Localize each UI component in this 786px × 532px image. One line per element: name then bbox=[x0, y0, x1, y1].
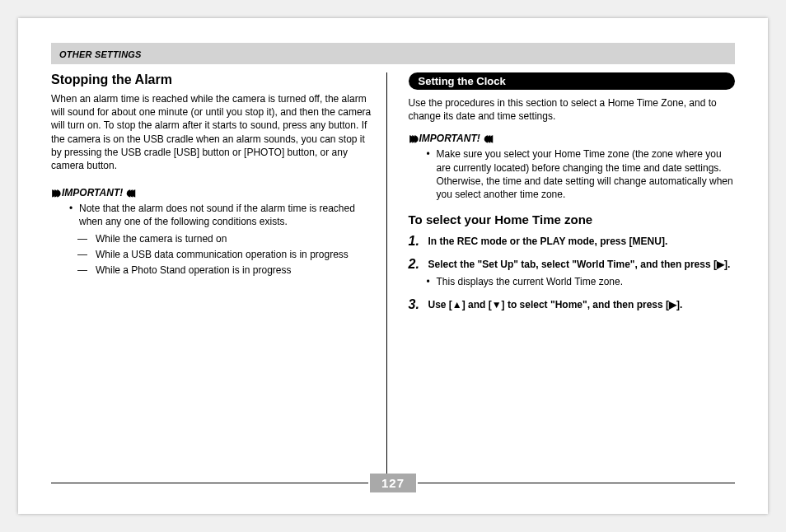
dash-item: While a USB data communication operation… bbox=[91, 248, 378, 261]
arrows-right-icon: ◗◗◗ bbox=[409, 133, 416, 144]
important-label: IMPORTANT! bbox=[62, 187, 123, 198]
right-intro: Use the procedures in this section to se… bbox=[409, 96, 736, 123]
arrows-right-icon: ◗◗◗ bbox=[51, 187, 58, 198]
dash-item: While a Photo Stand operation is in prog… bbox=[91, 264, 378, 277]
right-column: Setting the Clock Use the procedures in … bbox=[404, 72, 736, 476]
step: 2. Select the "Set Up" tab, select "Worl… bbox=[409, 258, 736, 287]
step-number: 3. bbox=[409, 298, 422, 311]
page-footer: 127 bbox=[51, 474, 735, 492]
bullet-item: Make sure you select your Home Time zone… bbox=[437, 147, 736, 201]
step-number: 2. bbox=[409, 258, 422, 287]
step-body: Use [▲] and [▼] to select "Home", and th… bbox=[428, 298, 736, 311]
footer-rule bbox=[51, 483, 368, 483]
left-title: Stopping the Alarm bbox=[51, 72, 378, 87]
bullet-item: Note that the alarm does not sound if th… bbox=[79, 202, 378, 228]
dash-list: While the camera is turned on While a US… bbox=[79, 232, 378, 278]
footer-rule bbox=[418, 483, 735, 483]
important-content: Make sure you select your Home Time zone… bbox=[409, 147, 736, 201]
left-column: Stopping the Alarm When an alarm time is… bbox=[51, 72, 387, 476]
step-body: Select the "Set Up" tab, select "World T… bbox=[428, 258, 736, 287]
step: 3. Use [▲] and [▼] to select "Home", and… bbox=[409, 298, 736, 311]
step: 1. In the REC mode or the PLAY mode, pre… bbox=[409, 235, 736, 248]
pill-heading: Setting the Clock bbox=[409, 72, 736, 90]
step-number: 1. bbox=[409, 235, 422, 248]
page-number: 127 bbox=[370, 474, 416, 492]
step-body: In the REC mode or the PLAY mode, press … bbox=[428, 235, 736, 248]
step-text: In the REC mode or the PLAY mode, press … bbox=[428, 235, 736, 248]
manual-page: OTHER SETTINGS Stopping the Alarm When a… bbox=[18, 18, 768, 514]
columns: Stopping the Alarm When an alarm time is… bbox=[51, 72, 735, 476]
step-note: This displays the current World Time zon… bbox=[428, 275, 736, 288]
step-text: Select the "Set Up" tab, select "World T… bbox=[428, 258, 736, 271]
step-text: Use [▲] and [▼] to select "Home", and th… bbox=[428, 298, 736, 311]
arrows-left-icon: ◖◖◖ bbox=[484, 133, 491, 144]
breadcrumb: OTHER SETTINGS bbox=[59, 49, 142, 59]
subtitle: To select your Home Time zone bbox=[409, 212, 736, 226]
section-header-bar: OTHER SETTINGS bbox=[51, 43, 735, 64]
dash-item: While the camera is turned on bbox=[91, 232, 378, 245]
important-label: IMPORTANT! bbox=[419, 133, 480, 144]
arrows-left-icon: ◖◖◖ bbox=[126, 187, 133, 198]
left-paragraph: When an alarm time is reached while the … bbox=[51, 92, 378, 172]
important-heading: ◗◗◗ IMPORTANT! ◖◖◖ bbox=[409, 133, 736, 144]
important-content: Note that the alarm does not sound if th… bbox=[51, 202, 378, 277]
important-heading: ◗◗◗ IMPORTANT! ◖◖◖ bbox=[51, 187, 378, 198]
